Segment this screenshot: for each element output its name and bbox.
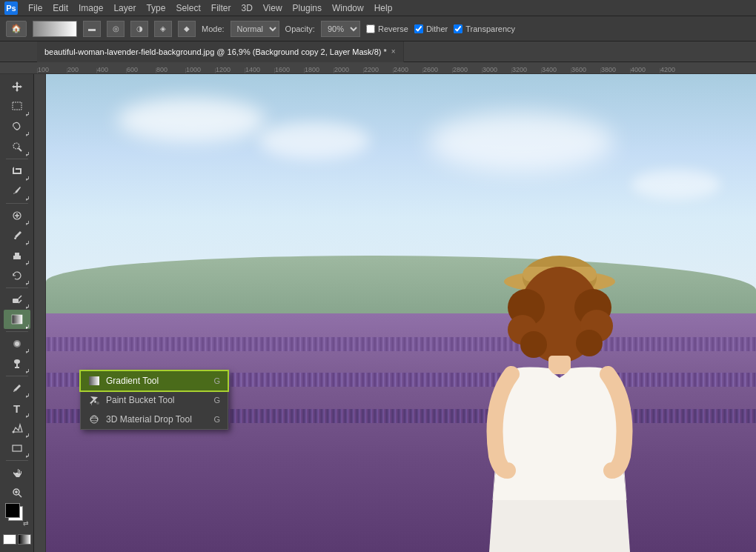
brush-tool-btn[interactable]: ▸ <box>4 226 30 245</box>
dropdown-gradient-tool[interactable]: Gradient Tool G <box>81 371 228 390</box>
dropdown-3d-material-tool[interactable]: 3D Material Drop Tool G <box>81 410 228 429</box>
tab-close-btn[interactable]: × <box>391 47 396 56</box>
gradient-angle-btn[interactable]: ◑ <box>130 21 148 37</box>
menu-file[interactable]: File <box>28 3 42 13</box>
foreground-color-swatch[interactable] <box>5 503 20 518</box>
svg-line-2 <box>19 148 21 151</box>
quick-select-tool-btn[interactable]: ▸ <box>4 137 30 156</box>
tab-active[interactable]: beautiful-woman-lavender-field-backgroun… <box>37 41 404 62</box>
mode-label: Mode: <box>202 24 225 33</box>
mask-white-icon[interactable] <box>3 534 16 545</box>
svg-rect-34 <box>548 356 571 374</box>
menu-type[interactable]: Type <box>146 3 165 13</box>
menu-3d[interactable]: 3D <box>241 3 252 13</box>
vertical-ruler <box>34 74 46 552</box>
tool-divider-1 <box>6 159 28 159</box>
crop-tool-btn[interactable]: ▸ <box>4 162 30 181</box>
ruler-mark: 1200 <box>215 68 245 74</box>
ruler-mark: 2200 <box>363 68 393 74</box>
svg-rect-11 <box>12 315 22 324</box>
dither-checkbox[interactable] <box>414 24 423 33</box>
svg-rect-7 <box>15 253 19 256</box>
gradient-reflected-btn[interactable]: ◈ <box>154 21 172 37</box>
svg-rect-8 <box>13 299 19 303</box>
ruler-mark: 3600 <box>571 68 600 74</box>
reverse-label: Reverse <box>378 24 408 33</box>
blur-tool-btn[interactable]: ▸ <box>4 334 30 353</box>
tool-dropdown-menu: Gradient Tool G Paint Bucket Tool G <box>80 370 228 430</box>
dropdown-3d-material-label: 3D Material Drop Tool <box>106 414 192 425</box>
svg-point-15 <box>14 359 20 364</box>
type-tool-btn[interactable]: T ▸ <box>4 399 30 418</box>
options-bar: 🏠 ▬ ◎ ◑ ◈ ◆ Mode: Normal Opacity: 90% Re… <box>0 16 756 41</box>
tool-divider-5 <box>6 376 28 376</box>
pen-tool-btn[interactable]: ▸ <box>4 379 30 398</box>
menu-view[interactable]: View <box>263 3 282 13</box>
opacity-select[interactable]: 90% <box>321 21 360 37</box>
shape-tool-btn[interactable]: ▸ <box>4 439 30 458</box>
transparency-checkbox[interactable] <box>454 24 462 33</box>
menu-help[interactable]: Help <box>374 3 393 13</box>
canvas-area[interactable]: Gradient Tool G Paint Bucket Tool G <box>46 74 756 552</box>
quick-mask-icon[interactable] <box>18 534 31 545</box>
cloud-3 <box>428 113 614 172</box>
eraser-tool-btn[interactable]: ▸ <box>4 290 30 309</box>
dropdown-gradient-tool-shortcut: G <box>213 376 220 385</box>
ruler-mark: 2600 <box>422 68 452 74</box>
menu-select[interactable]: Select <box>176 3 200 13</box>
dither-group: Dither <box>414 24 448 33</box>
menu-layer[interactable]: Layer <box>113 3 136 13</box>
healing-tool-btn[interactable]: ▸ <box>4 206 30 225</box>
marquee-tool-btn[interactable]: ▸ <box>4 97 30 116</box>
svg-point-37 <box>90 416 98 423</box>
gradient-linear-btn[interactable]: ▬ <box>83 21 101 37</box>
svg-rect-0 <box>13 102 21 110</box>
ruler-mark: 4200 <box>660 68 689 74</box>
tool-divider-6 <box>6 460 28 461</box>
menu-image[interactable]: Image <box>79 3 103 13</box>
transparency-group: Transparency <box>454 24 515 33</box>
stamp-tool-btn[interactable]: ▸ <box>4 246 30 265</box>
menu-filter[interactable]: Filter <box>211 3 231 13</box>
menu-window[interactable]: Window <box>332 3 364 13</box>
ruler-mark: 1600 <box>274 68 304 74</box>
cloud-1 <box>117 98 265 142</box>
menu-plugins[interactable]: Plugins <box>293 3 322 13</box>
home-button[interactable]: 🏠 <box>6 21 27 37</box>
gradient-tool-btn[interactable]: ▸ <box>4 310 30 329</box>
ruler-mark: 3800 <box>600 68 630 74</box>
cloud-4 <box>631 170 720 199</box>
ruler-mark: 100 <box>37 68 67 74</box>
ruler-mark: 2400 <box>393 68 422 74</box>
eyedropper-tool-btn[interactable]: ▸ <box>4 182 30 201</box>
dropdown-gradient-tool-label: Gradient Tool <box>106 376 159 386</box>
gradient-preview[interactable] <box>33 21 77 37</box>
move-tool-btn[interactable] <box>4 77 30 96</box>
svg-line-10 <box>19 300 21 303</box>
swap-colors-icon[interactable]: ⇄ <box>23 519 29 527</box>
ruler-mark: 4000 <box>630 68 660 74</box>
ruler-mark: 1800 <box>304 68 334 74</box>
zoom-tool-btn[interactable] <box>4 483 30 502</box>
gradient-diamond-btn[interactable]: ◆ <box>178 21 196 37</box>
ruler-mark: 3200 <box>511 68 541 74</box>
path-selection-tool-btn[interactable]: ▸ <box>4 419 30 438</box>
3d-material-drop-icon <box>88 413 100 425</box>
dropdown-paint-bucket-tool[interactable]: Paint Bucket Tool G <box>81 390 228 410</box>
tool-divider-4 <box>6 331 28 332</box>
hand-tool-btn[interactable] <box>4 463 30 482</box>
dodge-tool-btn[interactable]: ▸ <box>4 354 30 373</box>
menu-edit[interactable]: Edit <box>53 3 68 13</box>
svg-line-21 <box>19 494 21 497</box>
dropdown-3d-material-shortcut: G <box>213 415 220 424</box>
mode-select[interactable]: Normal <box>231 21 279 37</box>
ruler-mark: 1000 <box>185 68 215 74</box>
gradient-radial-btn[interactable]: ◎ <box>107 21 125 37</box>
lasso-tool-btn[interactable]: ▸ <box>4 117 30 136</box>
history-tool-btn[interactable]: ▸ <box>4 266 30 285</box>
svg-rect-6 <box>13 256 21 259</box>
reverse-checkbox[interactable] <box>366 24 375 33</box>
main-area: ▸ ▸ ▸ ▸ ▸ ▸ ▸ <box>0 74 756 552</box>
svg-rect-19 <box>13 445 21 451</box>
menu-bar: Ps File Edit Image Layer Type Select Fil… <box>0 0 756 16</box>
